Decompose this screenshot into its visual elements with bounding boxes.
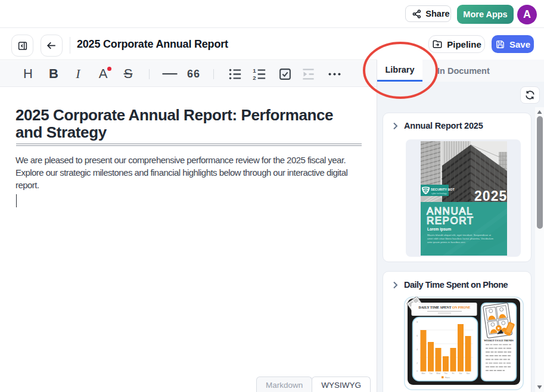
- svg-text:Wed: Wed: [436, 372, 440, 375]
- svg-text:cyber technology: cyber technology: [431, 192, 447, 195]
- svg-text:SECURITY BOT: SECURITY BOT: [431, 188, 455, 191]
- svg-text:Lorem ipsum: Lorem ipsum: [427, 227, 451, 232]
- svg-text:WEEKLY USAGE TRENDS: WEEKLY USAGE TRENDS: [484, 339, 514, 342]
- svg-text:REPORT: REPORT: [427, 215, 474, 226]
- svg-text:1: 1: [253, 67, 256, 73]
- svg-text:Mon: Mon: [421, 372, 425, 375]
- svg-text:2025: 2025: [474, 188, 508, 204]
- svg-text:Fri: Fri: [452, 372, 455, 375]
- svg-text:Thu: Thu: [444, 372, 447, 375]
- svg-text:ante ipsum primis in faucibus: ante ipsum primis in faucibus orci.: [427, 241, 466, 244]
- svg-text:6: 6: [416, 335, 418, 337]
- svg-text:Sat: Sat: [459, 372, 462, 375]
- svg-text:Mauris blandit aliquet elit, e: Mauris blandit aliquet elit, eget tincid…: [427, 234, 492, 237]
- svg-text:amet nibh vitae libero faucibu: amet nibh vitae libero faucibus luctus p…: [427, 237, 493, 240]
- svg-text:2: 2: [416, 362, 418, 365]
- svg-text:DAILY TIME SPENT ON PHONE: DAILY TIME SPENT ON PHONE: [419, 306, 471, 309]
- svg-text:Hours: Hours: [445, 377, 450, 379]
- svg-text:8: 8: [416, 321, 418, 323]
- svg-text:0: 0: [416, 370, 418, 372]
- svg-text:4: 4: [416, 349, 418, 351]
- svg-text:2: 2: [253, 74, 256, 80]
- svg-text:Tue: Tue: [429, 372, 433, 375]
- svg-text:Sun: Sun: [467, 372, 470, 375]
